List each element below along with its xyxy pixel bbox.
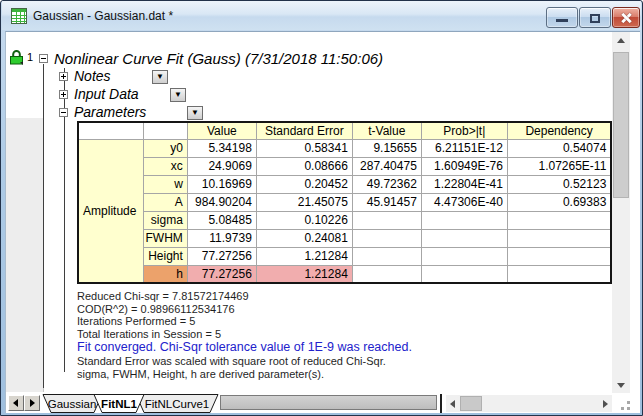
stat-line: Total Iterations in Session = 5 xyxy=(77,329,412,340)
dependency-cell: 1.07265E-11 xyxy=(507,157,611,175)
recalculate-lock-icon[interactable] xyxy=(9,49,24,65)
parameters-dropdown-button[interactable]: ▼ xyxy=(187,106,203,120)
t-value-cell xyxy=(352,265,421,283)
t-value-cell: 9.15655 xyxy=(352,139,421,157)
arrow-down-icon xyxy=(617,383,625,388)
prob-cell xyxy=(421,229,507,247)
scroll-left-button[interactable] xyxy=(446,395,460,412)
section-label-notes[interactable]: Notes xyxy=(74,68,111,84)
stat-line: Standard Error was scaled with square ro… xyxy=(77,356,412,367)
vertical-scrollbar[interactable] xyxy=(612,32,630,393)
arrow-right-icon xyxy=(30,399,35,407)
titlebar[interactable]: Gaussian - Gaussian.dat * xyxy=(2,1,641,30)
t-value-cell: 45.91457 xyxy=(352,193,421,211)
tab-scrollbar-divider[interactable] xyxy=(440,394,442,413)
arrow-left-icon xyxy=(450,400,455,408)
vertical-scrollbar-thumb[interactable] xyxy=(613,52,629,198)
value-cell: 10.16969 xyxy=(187,175,256,193)
resize-grip[interactable] xyxy=(618,398,630,410)
parameters-table: Value Standard Error t-Value Prob>|t| De… xyxy=(77,121,612,284)
arrow-up-icon xyxy=(617,38,625,43)
worksheet-icon xyxy=(11,8,27,24)
table-header-row: Value Standard Error t-Value Prob>|t| De… xyxy=(78,122,611,139)
close-button[interactable] xyxy=(612,7,640,28)
arrow-left-icon xyxy=(13,399,18,407)
value-cell: 11.9739 xyxy=(187,229,256,247)
row-number-badge: 1 xyxy=(27,51,33,63)
section-label-parameters[interactable]: Parameters xyxy=(74,104,146,120)
origin-report-window: Gaussian - Gaussian.dat * 1 Nonlinear Cu… xyxy=(0,0,643,416)
report-root-title[interactable]: Nonlinear Curve Fit (Gauss) (7/31/2018 1… xyxy=(54,50,383,67)
std-error-cell-highlighted: 1.21284 xyxy=(256,265,352,283)
value-cell: 24.9069 xyxy=(187,157,256,175)
prob-cell xyxy=(421,211,507,229)
t-value-cell: 49.72362 xyxy=(352,175,421,193)
prob-cell: 4.47306E-40 xyxy=(421,193,507,211)
std-error-cell: 1.21284 xyxy=(256,247,352,265)
minimize-button[interactable] xyxy=(546,7,578,28)
param-name-cell: FWHM xyxy=(143,229,187,247)
tab-label-fitnl1[interactable]: FitNL1 xyxy=(101,398,137,410)
dependency-cell xyxy=(507,229,611,247)
input-data-dropdown-button[interactable]: ▼ xyxy=(170,88,186,102)
dependency-cell xyxy=(507,247,611,265)
value-cell: 77.27256 xyxy=(187,247,256,265)
param-name-cell: sigma xyxy=(143,211,187,229)
value-cell: 5.34198 xyxy=(187,139,256,157)
header-blank xyxy=(143,122,187,139)
header-prob: Prob>|t| xyxy=(421,122,507,139)
scroll-down-button[interactable] xyxy=(612,376,630,393)
param-name-cell: w xyxy=(143,175,187,193)
collapse-box-parameters[interactable] xyxy=(59,108,68,117)
t-value-cell xyxy=(352,229,421,247)
value-cell-highlighted: 77.27256 xyxy=(187,265,256,283)
std-error-cell: 0.10226 xyxy=(256,211,352,229)
tab-scroll-left-button[interactable] xyxy=(8,395,24,411)
sheet-tab-bar: Gaussian FitNLCurve1 FitNL1 xyxy=(6,393,640,413)
param-name-cell: xc xyxy=(143,157,187,175)
value-cell: 984.90204 xyxy=(187,193,256,211)
param-name-cell: A xyxy=(143,193,187,211)
tree-connector-line xyxy=(43,64,44,388)
dependency-cell: 0.54074 xyxy=(507,139,611,157)
t-value-cell xyxy=(352,247,421,265)
horizontal-scrollbar-thumb[interactable] xyxy=(460,396,482,411)
fit-converged-message: Fit converged. Chi-Sqr tolerance value o… xyxy=(77,341,412,354)
header-blank xyxy=(78,122,143,139)
table-row: Height 77.27256 1.21284 xyxy=(78,247,611,265)
section-label-input-data[interactable]: Input Data xyxy=(74,86,139,102)
minimize-icon xyxy=(556,19,568,22)
dependency-cell: 0.69383 xyxy=(507,193,611,211)
header-dependency: Dependency xyxy=(507,122,611,139)
scroll-right-button[interactable] xyxy=(598,395,612,412)
dependency-cell xyxy=(507,211,611,229)
t-value-cell xyxy=(352,211,421,229)
notes-dropdown-button[interactable]: ▼ xyxy=(152,70,168,84)
std-error-cell: 0.20452 xyxy=(256,175,352,193)
prob-cell: 1.60949E-76 xyxy=(421,157,507,175)
arrow-right-icon xyxy=(603,400,608,408)
restore-button[interactable] xyxy=(579,7,611,28)
table-row: sigma 5.08485 0.10226 xyxy=(78,211,611,229)
restore-icon xyxy=(590,14,600,23)
horizontal-scrollbar[interactable] xyxy=(446,395,612,412)
row-margin-strip xyxy=(6,118,44,392)
table-row: w 10.16969 0.20452 49.72362 1.22804E-41 … xyxy=(78,175,611,193)
stat-line: Iterations Performed = 5 xyxy=(77,316,412,327)
value-cell: 5.08485 xyxy=(187,211,256,229)
expand-box-input-data[interactable] xyxy=(59,90,68,99)
stat-line: COD(R^2) = 0.98966112534176 xyxy=(77,304,412,315)
collapse-box-root[interactable] xyxy=(39,54,48,63)
tab-label-gaussian[interactable]: Gaussian xyxy=(48,398,97,410)
prob-cell xyxy=(421,265,507,283)
std-error-cell: 21.45075 xyxy=(256,193,352,211)
prob-cell: 6.21151E-12 xyxy=(421,139,507,157)
tab-bar-filler xyxy=(220,395,437,410)
param-name-cell-highlighted: h xyxy=(143,265,187,283)
stat-line: Reduced Chi-sqr = 7.81572174469 xyxy=(77,291,412,302)
tab-label-fitnlcurve1[interactable]: FitNLCurve1 xyxy=(145,398,210,410)
scroll-up-button[interactable] xyxy=(612,32,630,49)
expand-box-notes[interactable] xyxy=(59,72,68,81)
tab-scroll-right-button[interactable] xyxy=(24,395,40,411)
table-row-highlighted: h 77.27256 1.21284 xyxy=(78,265,611,283)
